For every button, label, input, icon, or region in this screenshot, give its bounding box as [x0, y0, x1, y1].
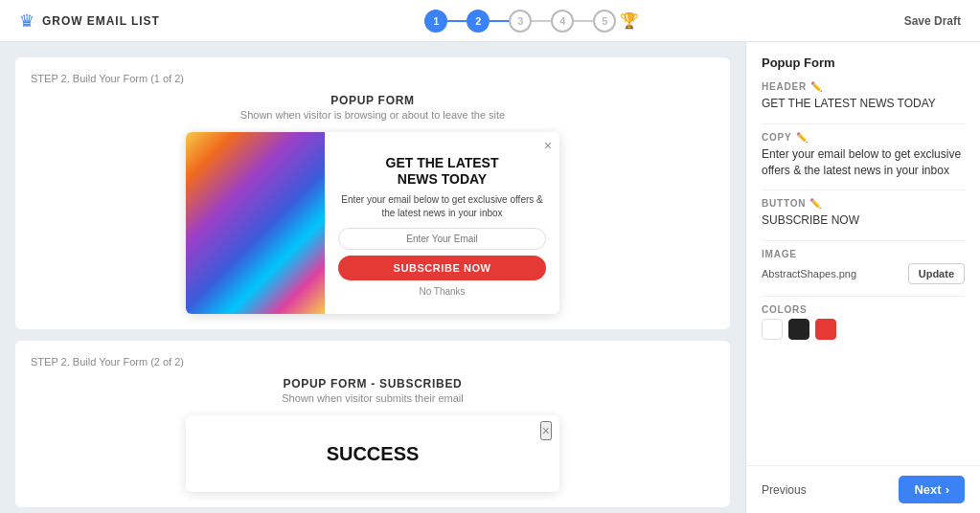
next-button[interactable]: Next ›: [899, 476, 965, 503]
steps-bar: 1 2 3 4 5 🏆: [424, 10, 639, 33]
next-arrow-icon: ›: [946, 482, 949, 497]
step-line-2-3: [490, 20, 509, 22]
popup-close-button[interactable]: ×: [544, 138, 552, 153]
popup-success-text: SUCCESS: [327, 443, 420, 465]
sidebar-inner: Popup Form HEADER ✏️ GET THE LATEST NEWS…: [746, 42, 980, 465]
left-content: STEP 2. Build Your Form (1 of 2) POPUP F…: [0, 42, 745, 513]
divider-2: [762, 190, 965, 190]
form-type-title-2: POPUP FORM - SUBSCRIBED: [31, 377, 715, 390]
panel-1: STEP 2. Build Your Form (1 of 2) POPUP F…: [15, 57, 730, 329]
image-filename: AbstractShapes.png: [762, 268, 900, 279]
popup-image: [186, 132, 325, 314]
color-red[interactable]: [815, 319, 836, 340]
copy-edit-icon[interactable]: ✏️: [796, 132, 809, 143]
nav-left: ♛ GROW EMAIL LIST: [19, 11, 160, 32]
colors-row: [762, 319, 965, 340]
step-line-1-2: [447, 20, 467, 22]
image-row: AbstractShapes.png Update: [762, 263, 965, 284]
previous-button[interactable]: Previous: [762, 483, 807, 497]
sidebar-footer: Previous Next ›: [746, 465, 980, 513]
trophy-icon: 🏆: [620, 11, 639, 30]
popup-success-close-button[interactable]: ×: [540, 421, 552, 440]
popup-content: × GET THE LATEST NEWS TODAY Enter your e…: [325, 132, 559, 314]
divider-4: [762, 296, 965, 297]
colors-label: COLORS: [762, 304, 965, 315]
step-1[interactable]: 1: [424, 10, 447, 33]
form-type-subtitle-2: Shown when visitor submits their email: [31, 392, 715, 404]
top-nav: ♛ GROW EMAIL LIST 1 2 3 4 5 🏆 Save Draft: [0, 0, 980, 42]
popup-heading: GET THE LATEST NEWS TODAY: [386, 155, 499, 188]
step-label-1: STEP 2. Build Your Form (1 of 2): [31, 73, 715, 84]
update-image-button[interactable]: Update: [908, 263, 965, 284]
popup-subscribed-preview: × SUCCESS: [186, 415, 559, 492]
popup-email-input[interactable]: [338, 228, 546, 250]
step-5[interactable]: 5: [593, 10, 616, 33]
copy-value: Enter your email below to get exclusive …: [762, 146, 965, 179]
popup-body: Enter your email below to get exclusive …: [338, 193, 546, 220]
form-type-title-1: POPUP FORM: [31, 94, 715, 107]
button-value: SUBSCRIBE NOW: [762, 212, 965, 229]
step-3[interactable]: 3: [509, 10, 532, 33]
header-edit-icon[interactable]: ✏️: [810, 81, 823, 92]
step-line-3-4: [532, 20, 551, 22]
step-4[interactable]: 4: [551, 10, 574, 33]
step-2[interactable]: 2: [467, 10, 490, 33]
divider-1: [762, 123, 965, 124]
step-line-4-5: [574, 20, 593, 22]
header-value: GET THE LATEST NEWS TODAY: [762, 96, 965, 112]
main-layout: STEP 2. Build Your Form (1 of 2) POPUP F…: [0, 42, 980, 513]
popup-subscribe-button[interactable]: SUBSCRIBE NOW: [338, 256, 546, 280]
button-label: BUTTON ✏️: [762, 198, 965, 209]
image-label: IMAGE: [762, 249, 965, 259]
app-title: GROW EMAIL LIST: [42, 14, 160, 28]
popup-no-thanks[interactable]: No Thanks: [419, 286, 465, 297]
popup-preview: × GET THE LATEST NEWS TODAY Enter your e…: [186, 132, 559, 314]
copy-label: COPY ✏️: [762, 132, 965, 143]
form-type-subtitle-1: Shown when visitor is browsing or about …: [31, 109, 715, 121]
button-edit-icon[interactable]: ✏️: [809, 198, 822, 209]
save-draft-button[interactable]: Save Draft: [904, 14, 961, 28]
panel-2: STEP 2. Build Your Form (2 of 2) POPUP F…: [15, 341, 730, 507]
crown-icon: ♛: [19, 11, 34, 32]
header-label: HEADER ✏️: [762, 81, 965, 92]
sidebar-title: Popup Form: [762, 56, 965, 70]
color-black[interactable]: [788, 319, 809, 340]
color-white[interactable]: [762, 319, 783, 340]
divider-3: [762, 240, 965, 241]
right-sidebar: Popup Form HEADER ✏️ GET THE LATEST NEWS…: [745, 42, 980, 513]
step-label-2: STEP 2. Build Your Form (2 of 2): [31, 356, 715, 368]
